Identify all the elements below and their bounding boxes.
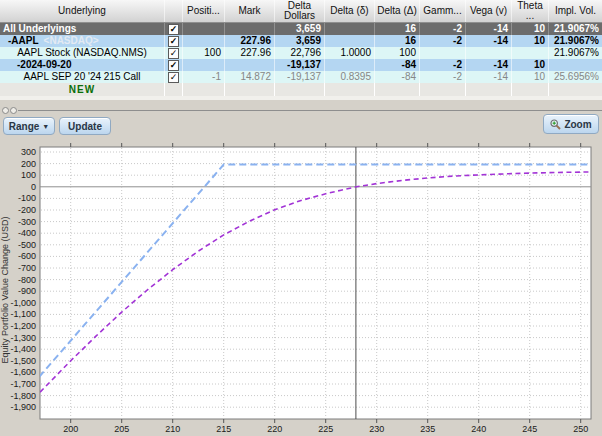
empty-cell (548, 83, 602, 96)
empty-cell (324, 83, 374, 96)
empty-cell (274, 83, 324, 96)
zoom-button-label: Zoom (564, 119, 591, 130)
delta-small-cell: 1.0000 (324, 47, 374, 59)
column-header-delta-dollars[interactable]: Delta Dollars (274, 0, 324, 22)
new-order-button[interactable]: NEW (0, 83, 164, 96)
table-row[interactable]: - 2024-09-20✓-19,137-84-2-1410 (0, 59, 602, 71)
y-tick-label: -1,600 (10, 367, 36, 377)
y-tick-label: -200 (18, 205, 36, 215)
y-tick-label: 200 (21, 159, 36, 169)
gamma-cell: -2 (419, 71, 465, 83)
impl-vol-cell: 21.9067% (548, 47, 602, 59)
table-row[interactable]: AAPL SEP 20 '24 215 Call✓-114.872-19,137… (0, 71, 602, 83)
row-checkbox[interactable]: ✓ (168, 36, 179, 47)
table-row[interactable]: All Underlyings✓3,65916-2-141021.9067% (0, 23, 602, 35)
gamma-cell (419, 47, 465, 59)
y-tick-label: -1,700 (10, 379, 36, 389)
x-tick-label: 200 (63, 424, 78, 434)
y-tick-label: 0 (31, 182, 36, 192)
x-tick-label: 225 (318, 424, 333, 434)
column-header-positi-[interactable]: Positi... (182, 0, 224, 22)
y-tick-label: 100 (21, 170, 36, 180)
x-tick-label: 250 (573, 424, 588, 434)
column-header-delta-[interactable]: Delta (δ) (324, 0, 374, 22)
position-cell: 100 (182, 47, 224, 59)
gamma-cell: -2 (419, 59, 465, 71)
x-tick-label: 230 (369, 424, 384, 434)
mark-cell: 227.96 (224, 47, 274, 59)
delta-small-cell: 0.8395 (324, 71, 374, 83)
update-button[interactable]: Update (59, 117, 111, 135)
delta-dollars-cell: -19,137 (274, 71, 324, 83)
x-tick-label: 245 (522, 424, 537, 434)
y-axis-title: Equity Portfolio Value Change (USD) (0, 217, 10, 364)
impl-vol-cell: 21.9067% (548, 23, 602, 35)
column-header-checkbox[interactable] (164, 0, 182, 22)
y-tick-label: -100 (18, 193, 36, 203)
gamma-cell: -2 (419, 35, 465, 47)
column-header-delta-[interactable]: Delta (Δ) (374, 0, 419, 22)
y-tick-label: -1,000 (10, 298, 36, 308)
column-header-vega-v-[interactable]: Vega (v) (465, 0, 511, 22)
range-button[interactable]: Range ▼ (3, 117, 55, 135)
range-button-label: Range (9, 121, 40, 132)
table-footer-strip (0, 96, 602, 100)
x-tick-label: 210 (165, 424, 180, 434)
y-tick-label: -1,900 (10, 402, 36, 412)
vega-cell: -14 (465, 71, 511, 83)
x-tick-label: 205 (114, 424, 129, 434)
delta-dollars-cell: 3,659 (274, 23, 324, 35)
delta-small-cell (324, 35, 374, 47)
impl-vol-cell: 21.9067% (548, 35, 602, 47)
theta-cell (511, 47, 548, 59)
column-header-theta-[interactable]: Theta ... (511, 0, 548, 22)
empty-cell (224, 83, 274, 96)
y-tick-label: -1,800 (10, 391, 36, 401)
mark-cell: 227.96 (224, 35, 274, 47)
underlying-label: 2024-09-20 (20, 59, 71, 71)
zoom-button[interactable]: Zoom (543, 114, 599, 134)
delta-big-cell: -84 (374, 59, 419, 71)
row-checkbox[interactable]: ✓ (168, 72, 179, 83)
empty-cell (182, 83, 224, 96)
underlying-label: AAPL Stock (NASDAQ.NMS) (17, 47, 147, 59)
delta-dollars-cell: -19,137 (274, 59, 324, 71)
delta-dollars-cell: 3,659 (274, 35, 324, 47)
empty-cell (419, 83, 465, 96)
y-tick-label: -600 (18, 251, 36, 261)
x-tick-label: 240 (471, 424, 486, 434)
empty-cell (164, 83, 182, 96)
row-checkbox[interactable]: ✓ (168, 24, 179, 35)
row-checkbox[interactable]: ✓ (168, 60, 179, 71)
table-row[interactable]: - AAPL<NASDAQ>✓227.963,65916-2-141021.90… (0, 35, 602, 47)
magnifier-plus-icon (550, 119, 561, 130)
column-header-gamm-[interactable]: Gamm... (419, 0, 465, 22)
empty-cell (511, 83, 548, 96)
checkbox-cell: ✓ (164, 47, 182, 59)
row-checkbox[interactable]: ✓ (168, 48, 179, 59)
column-header-underlying[interactable]: Underlying (0, 0, 164, 22)
table-body: All Underlyings✓3,65916-2-141021.9067%- … (0, 23, 602, 96)
mark-cell: 14.872 (224, 71, 274, 83)
splitter-grip[interactable] (2, 107, 9, 114)
column-header-mark[interactable]: Mark (224, 0, 274, 22)
checkbox-cell: ✓ (164, 59, 182, 71)
delta-big-cell: 100 (374, 47, 419, 59)
pane-divider[interactable] (18, 110, 602, 111)
mark-cell (224, 59, 274, 71)
plot-area[interactable] (40, 147, 591, 419)
delta-small-cell (324, 59, 374, 71)
position-cell: -1 (182, 71, 224, 83)
underlying-cell: AAPL SEP 20 '24 215 Call (0, 71, 164, 83)
delta-big-cell: -84 (374, 71, 419, 83)
splitter-grip[interactable] (10, 107, 17, 114)
y-tick-label: -400 (18, 228, 36, 238)
y-tick-label: -1,300 (10, 333, 36, 343)
risk-profile-chart[interactable]: 3002001000-100-200-300-400-500-600-700-8… (0, 140, 602, 436)
y-tick-label: -1,100 (10, 309, 36, 319)
table-row[interactable]: AAPL Stock (NASDAQ.NMS)✓100227.9622,7961… (0, 47, 602, 59)
vega-cell: -14 (465, 23, 511, 35)
position-cell (182, 23, 224, 35)
y-tick-label: -500 (18, 240, 36, 250)
column-header-impl-vol-[interactable]: Impl. Vol. (548, 0, 602, 22)
